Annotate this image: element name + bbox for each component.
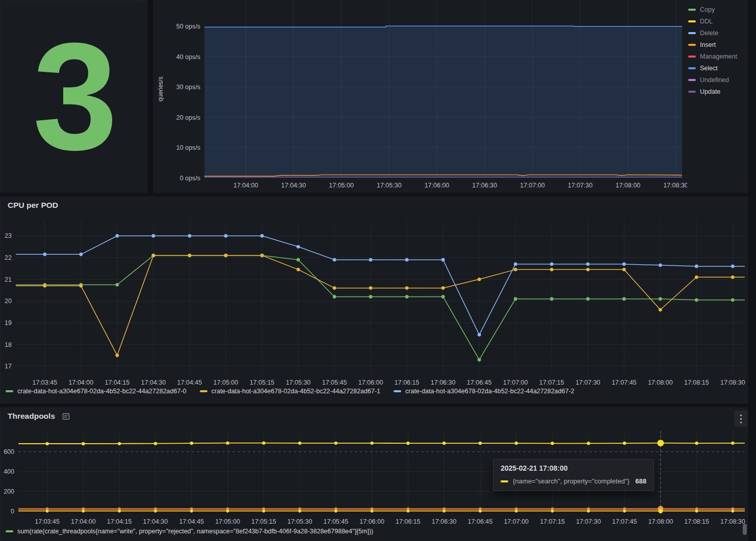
svg-text:17:06:15: 17:06:15: [396, 518, 421, 525]
svg-text:23: 23: [5, 232, 12, 239]
svg-text:17:07:00: 17:07:00: [520, 182, 545, 189]
stat-value: 3: [33, 20, 115, 173]
svg-text:17:08:30: 17:08:30: [720, 518, 745, 525]
svg-text:600: 600: [4, 448, 14, 455]
legend-item-insert[interactable]: Insert: [688, 41, 747, 48]
legend-item-crate-data-hot-a304e678-02da-4b52-bc22-4[interactable]: crate-data-hot-a304e678-02da-4b52-bc22-4…: [394, 388, 575, 395]
svg-text:17:08:00: 17:08:00: [648, 379, 673, 386]
series-swatch: [688, 32, 696, 34]
svg-text:17:05:15: 17:05:15: [250, 379, 275, 386]
series-label: crate-data-hot-a304e678-02da-4b52-bc22-4…: [405, 388, 575, 395]
panel-header: CPU per POD: [1, 197, 747, 213]
panel-description-icon[interactable]: [62, 413, 70, 420]
svg-text:21: 21: [5, 276, 12, 283]
grafana-dashboard: 3 queries/s 17:04:0017:04:3017:05:0017:0…: [0, 0, 756, 541]
svg-text:17:05:30: 17:05:30: [377, 182, 402, 189]
scrollbar-thumb[interactable]: [743, 524, 747, 535]
stat-panel: 3: [0, 0, 147, 193]
svg-text:17:05:45: 17:05:45: [322, 379, 347, 386]
legend-item-sum-rate-crate-threadpools-name-write-pr[interactable]: sum(rate(crate_threadpools{name="write",…: [6, 528, 373, 535]
series-label: Update: [700, 88, 720, 95]
svg-text:17:07:45: 17:07:45: [612, 518, 637, 525]
svg-text:10 ops/s: 10 ops/s: [176, 144, 200, 151]
panel-title[interactable]: Threadpools: [8, 412, 55, 421]
svg-text:17:04:45: 17:04:45: [177, 379, 202, 386]
svg-text:17:08:30: 17:08:30: [720, 379, 745, 386]
series-swatch: [688, 79, 696, 81]
legend-item-ddl[interactable]: DDL: [688, 18, 747, 25]
queries-chart[interactable]: 17:04:0017:04:3017:05:0017:05:3017:06:00…: [154, 0, 687, 193]
svg-text:17:06:30: 17:06:30: [431, 379, 456, 386]
svg-text:17:06:00: 17:06:00: [425, 182, 450, 189]
series-label: Management: [700, 53, 737, 60]
svg-text:17:08:00: 17:08:00: [615, 182, 640, 189]
panel-menu-kebab-icon[interactable]: [734, 411, 747, 427]
series-swatch: [688, 9, 696, 11]
legend-item-copy[interactable]: Copy: [688, 6, 747, 13]
legend-item-undefined[interactable]: Undefined: [688, 76, 747, 84]
svg-text:17:04:30: 17:04:30: [141, 379, 166, 386]
series-swatch: [501, 480, 508, 482]
queries-panel: queries/s 17:04:0017:04:3017:05:0017:05:…: [153, 0, 748, 193]
svg-text:17:07:30: 17:07:30: [576, 379, 601, 386]
cpu-per-pod-chart[interactable]: 17:03:4517:04:0017:04:1517:04:3017:04:45…: [1, 197, 748, 403]
svg-text:17:07:30: 17:07:30: [576, 518, 601, 525]
panel-header: Threadpools: [1, 408, 747, 424]
svg-text:17:05:00: 17:05:00: [214, 379, 239, 386]
cpu-per-pod-panel: CPU per POD 17:03:4517:04:0017:04:1517:0…: [0, 197, 748, 403]
legend-item-crate-data-hot-a304e678-02da-4b52-bc22-4[interactable]: crate-data-hot-a304e678-02da-4b52-bc22-4…: [6, 388, 187, 395]
svg-text:17:05:30: 17:05:30: [288, 518, 312, 525]
chart-tooltip: 2025-02-21 17:08:00 {name="search", prop…: [493, 459, 654, 491]
svg-text:20 ops/s: 20 ops/s: [176, 114, 200, 121]
svg-text:17:04:15: 17:04:15: [107, 518, 132, 525]
series-label: sum(rate(crate_threadpools{name="write",…: [17, 528, 373, 535]
svg-text:19: 19: [5, 319, 12, 327]
svg-text:17:08:30: 17:08:30: [663, 182, 687, 189]
series-swatch: [688, 44, 696, 46]
legend-item-delete[interactable]: Delete: [688, 30, 747, 37]
svg-text:17:04:45: 17:04:45: [179, 518, 204, 525]
svg-text:17:07:30: 17:07:30: [568, 182, 593, 189]
svg-text:17:03:45: 17:03:45: [35, 518, 60, 525]
svg-text:17:05:00: 17:05:00: [329, 182, 354, 189]
svg-text:17:04:00: 17:04:00: [71, 518, 96, 525]
series-label: crate-data-hot-a304e678-02da-4b52-bc22-4…: [212, 388, 381, 395]
svg-text:17:05:15: 17:05:15: [251, 518, 276, 525]
svg-text:22: 22: [5, 254, 12, 261]
svg-text:0 ops/s: 0 ops/s: [180, 175, 200, 182]
svg-text:17:07:15: 17:07:15: [539, 379, 564, 386]
svg-text:17:04:15: 17:04:15: [105, 379, 130, 386]
series-swatch: [6, 390, 13, 392]
threadpools-legend: sum(rate(crate_threadpools{name="write",…: [6, 528, 373, 535]
svg-text:17:06:00: 17:06:00: [358, 379, 383, 386]
svg-text:17:04:00: 17:04:00: [69, 379, 94, 386]
svg-text:17:06:30: 17:06:30: [472, 182, 497, 189]
series-label: Copy: [700, 6, 715, 13]
svg-text:17:07:00: 17:07:00: [504, 518, 529, 525]
series-label: Delete: [700, 30, 718, 37]
svg-text:17:07:45: 17:07:45: [612, 379, 637, 386]
legend-item-management[interactable]: Management: [688, 53, 747, 60]
svg-text:17: 17: [5, 363, 12, 370]
svg-text:17:05:45: 17:05:45: [324, 518, 349, 525]
legend-item-update[interactable]: Update: [688, 88, 747, 95]
svg-text:17:08:00: 17:08:00: [648, 518, 673, 525]
legend-item-crate-data-hot-a304e678-02da-4b52-bc22-4[interactable]: crate-data-hot-a304e678-02da-4b52-bc22-4…: [200, 388, 381, 395]
series-swatch: [394, 390, 401, 392]
svg-text:50 ops/s: 50 ops/s: [176, 23, 200, 30]
svg-text:17:08:15: 17:08:15: [684, 379, 709, 386]
svg-text:17:06:30: 17:06:30: [432, 518, 457, 525]
svg-text:17:07:00: 17:07:00: [503, 379, 528, 386]
series-swatch: [688, 56, 696, 58]
series-label: crate-data-hot-a304e678-02da-4b52-bc22-4…: [17, 388, 187, 395]
series-swatch: [6, 530, 13, 532]
series-swatch: [200, 390, 207, 392]
tooltip-series-label: {name="search", property="completed"}: [513, 477, 631, 485]
svg-text:17:04:30: 17:04:30: [143, 518, 168, 525]
panel-title[interactable]: CPU per POD: [8, 201, 58, 210]
legend-item-select[interactable]: Select: [688, 65, 747, 72]
svg-text:17:06:45: 17:06:45: [468, 518, 493, 525]
series-swatch: [688, 91, 696, 93]
threadpools-panel: Threadpools 17:03:4517:04:0017:04:1517:0…: [0, 408, 748, 541]
tooltip-series-row: {name="search", property="completed"} 68…: [501, 477, 646, 485]
